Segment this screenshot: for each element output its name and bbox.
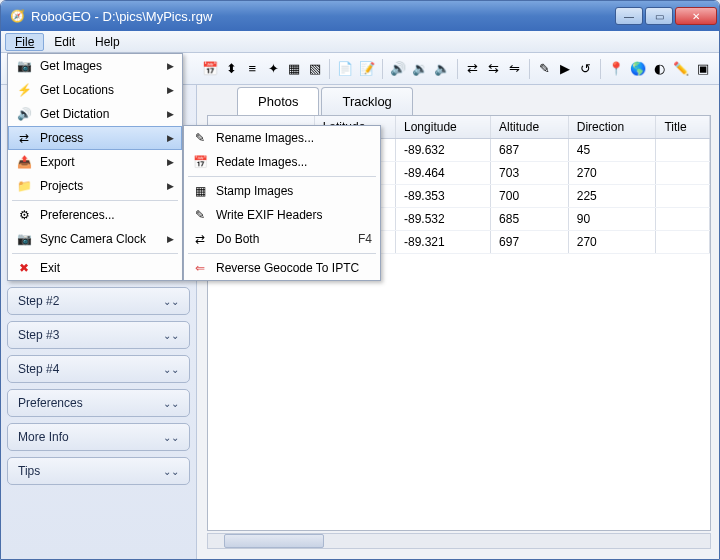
chevron-down-icon: ⌄⌄: [163, 330, 179, 341]
sidebar-tips[interactable]: Tips⌄⌄: [7, 457, 190, 485]
menu-process[interactable]: ⇄Process▶: [8, 126, 182, 150]
table-cell: -89.532: [396, 208, 491, 231]
export-icon: 📤: [16, 155, 32, 169]
scroll-thumb[interactable]: [224, 534, 324, 548]
menu-reverse-geocode[interactable]: ⇐Reverse Geocode To IPTC: [184, 256, 380, 280]
table-cell: 700: [491, 185, 569, 208]
tool-icon[interactable]: ↺: [577, 60, 594, 78]
file-menu-dropdown: 📷Get Images▶ ⚡Get Locations▶ 🔊Get Dictat…: [7, 53, 183, 281]
tool-icon[interactable]: ⇋: [506, 60, 523, 78]
column-header[interactable]: Altitude: [491, 116, 569, 139]
stamp-icon: ▦: [192, 184, 208, 198]
close-button[interactable]: ✕: [675, 7, 717, 25]
maximize-button[interactable]: ▭: [645, 7, 673, 25]
submenu-arrow-icon: ▶: [167, 181, 174, 191]
tool-icon[interactable]: 📝: [358, 60, 376, 78]
menu-projects[interactable]: 📁Projects▶: [8, 174, 182, 198]
menu-file[interactable]: File: [5, 33, 44, 51]
tool-icon[interactable]: ✎: [536, 60, 553, 78]
menu-separator: [12, 200, 178, 201]
title-bar[interactable]: 🧭 RoboGEO - D:\pics\MyPics.rgw — ▭ ✕: [1, 1, 719, 31]
table-cell: 270: [568, 162, 656, 185]
menu-redate-images[interactable]: 📅Redate Images...: [184, 150, 380, 174]
table-cell: [656, 185, 710, 208]
submenu-arrow-icon: ▶: [167, 85, 174, 95]
menu-rename-images[interactable]: ✎Rename Images...: [184, 126, 380, 150]
tab-tracklog[interactable]: Tracklog: [321, 87, 412, 115]
menu-export[interactable]: 📤Export▶: [8, 150, 182, 174]
tool-icon[interactable]: ≡: [244, 60, 261, 78]
menu-preferences[interactable]: ⚙Preferences...: [8, 203, 182, 227]
table-cell: [656, 139, 710, 162]
tool-icon[interactable]: ▣: [694, 60, 711, 78]
menu-get-dictation[interactable]: 🔊Get Dictation▶: [8, 102, 182, 126]
camera-icon: 📷: [16, 232, 32, 246]
table-cell: -89.353: [396, 185, 491, 208]
tool-icon[interactable]: 🔈: [433, 60, 451, 78]
tool-icon[interactable]: ⇆: [485, 60, 502, 78]
tool-icon[interactable]: 🔉: [411, 60, 429, 78]
tool-icon[interactable]: ▶: [557, 60, 574, 78]
table-cell: -89.632: [396, 139, 491, 162]
table-cell: 697: [491, 231, 569, 254]
menu-separator: [12, 253, 178, 254]
menu-write-exif[interactable]: ✎Write EXIF Headers: [184, 203, 380, 227]
tool-icon[interactable]: ✦: [265, 60, 282, 78]
tool-icon[interactable]: 🔊: [389, 60, 407, 78]
redate-icon: 📅: [192, 155, 208, 169]
audio-icon: 🔊: [16, 107, 32, 121]
app-icon: 🧭: [9, 8, 25, 24]
tool-icon[interactable]: ✏️: [672, 60, 690, 78]
tool-icon[interactable]: ⇄: [464, 60, 481, 78]
table-cell: 687: [491, 139, 569, 162]
table-cell: 225: [568, 185, 656, 208]
sidebar-step3[interactable]: Step #3⌄⌄: [7, 321, 190, 349]
menu-help[interactable]: Help: [85, 33, 130, 51]
menu-stamp-images[interactable]: ▦Stamp Images: [184, 179, 380, 203]
sidebar-preferences[interactable]: Preferences⌄⌄: [7, 389, 190, 417]
column-header[interactable]: Title: [656, 116, 710, 139]
menu-get-locations[interactable]: ⚡Get Locations▶: [8, 78, 182, 102]
column-header[interactable]: Longitude: [396, 116, 491, 139]
submenu-arrow-icon: ▶: [167, 133, 174, 143]
menu-bar: File Edit Help: [1, 31, 719, 53]
tool-icon[interactable]: ▧: [307, 60, 324, 78]
chevron-down-icon: ⌄⌄: [163, 466, 179, 477]
earth-icon[interactable]: 🌎: [629, 60, 647, 78]
table-cell: [656, 231, 710, 254]
camera-icon: 📷: [16, 59, 32, 73]
horizontal-scrollbar[interactable]: [207, 533, 711, 549]
toolbar-separator: [329, 59, 330, 79]
chevron-down-icon: ⌄⌄: [163, 432, 179, 443]
menu-do-both[interactable]: ⇄Do BothF4: [184, 227, 380, 251]
sidebar-step2[interactable]: Step #2⌄⌄: [7, 287, 190, 315]
tool-icon[interactable]: ▦: [286, 60, 303, 78]
toolbar-separator: [457, 59, 458, 79]
sidebar-more-info[interactable]: More Info⌄⌄: [7, 423, 190, 451]
pin-icon[interactable]: 📍: [607, 60, 625, 78]
table-cell: 685: [491, 208, 569, 231]
submenu-arrow-icon: ▶: [167, 234, 174, 244]
tab-photos[interactable]: Photos: [237, 87, 319, 115]
tool-icon[interactable]: 📄: [336, 60, 354, 78]
tool-icon[interactable]: ⬍: [223, 60, 240, 78]
menu-sync-camera[interactable]: 📷Sync Camera Clock▶: [8, 227, 182, 251]
chevron-down-icon: ⌄⌄: [163, 296, 179, 307]
submenu-arrow-icon: ▶: [167, 109, 174, 119]
minimize-button[interactable]: —: [615, 7, 643, 25]
tool-icon[interactable]: 📅: [201, 60, 219, 78]
column-header[interactable]: Direction: [568, 116, 656, 139]
process-submenu: ✎Rename Images... 📅Redate Images... ▦Sta…: [183, 125, 381, 281]
toolbar-separator: [600, 59, 601, 79]
tool-icon[interactable]: ◐: [651, 60, 668, 78]
menu-edit[interactable]: Edit: [44, 33, 85, 51]
window-title: RoboGEO - D:\pics\MyPics.rgw: [31, 9, 615, 24]
menu-exit[interactable]: ✖Exit: [8, 256, 182, 280]
toolbar-separator: [382, 59, 383, 79]
sidebar-step4[interactable]: Step #4⌄⌄: [7, 355, 190, 383]
rename-icon: ✎: [192, 131, 208, 145]
menu-get-images[interactable]: 📷Get Images▶: [8, 54, 182, 78]
menu-separator: [188, 176, 376, 177]
tab-bar: Photos Tracklog: [237, 87, 415, 115]
gear-icon: ⚙: [16, 208, 32, 222]
